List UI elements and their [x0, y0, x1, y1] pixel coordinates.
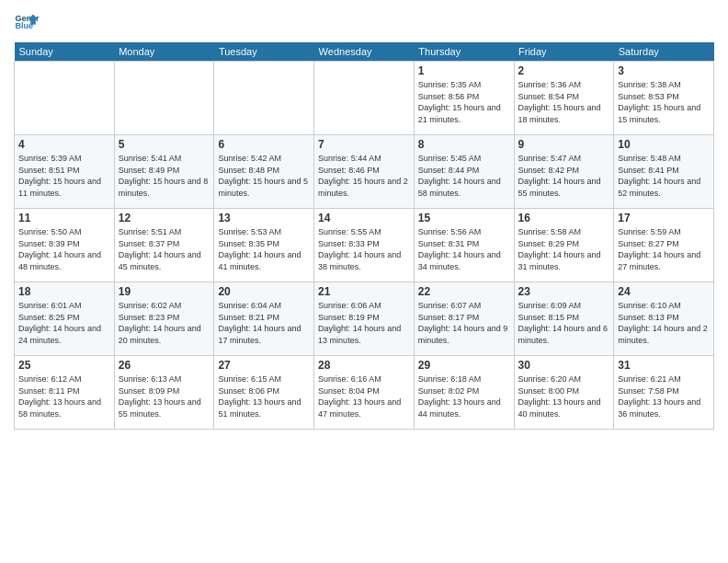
calendar-day-31: 31Sunrise: 6:21 AMSunset: 7:58 PMDayligh… — [614, 356, 714, 430]
day-info: Sunrise: 5:56 AMSunset: 8:31 PMDaylight:… — [418, 226, 510, 272]
day-number: 24 — [618, 285, 710, 298]
calendar-day-16: 16Sunrise: 5:58 AMSunset: 8:29 PMDayligh… — [514, 209, 614, 282]
day-header-sunday: Sunday — [15, 42, 115, 62]
day-info: Sunrise: 6:21 AMSunset: 7:58 PMDaylight:… — [618, 373, 710, 419]
day-info: Sunrise: 5:47 AMSunset: 8:42 PMDaylight:… — [518, 153, 610, 199]
day-number: 27 — [218, 359, 310, 372]
calendar-day-3: 3Sunrise: 5:38 AMSunset: 8:53 PMDaylight… — [614, 62, 714, 135]
calendar-day-19: 19Sunrise: 6:02 AMSunset: 8:23 PMDayligh… — [114, 282, 214, 356]
empty-cell — [114, 62, 214, 135]
day-info: Sunrise: 6:20 AMSunset: 8:00 PMDaylight:… — [518, 373, 610, 419]
calendar-day-27: 27Sunrise: 6:15 AMSunset: 8:06 PMDayligh… — [214, 356, 314, 430]
day-header-wednesday: Wednesday — [314, 42, 415, 62]
calendar-day-23: 23Sunrise: 6:09 AMSunset: 8:15 PMDayligh… — [514, 282, 614, 356]
day-number: 23 — [518, 285, 610, 298]
calendar-day-26: 26Sunrise: 6:13 AMSunset: 8:09 PMDayligh… — [114, 356, 214, 430]
calendar-day-25: 25Sunrise: 6:12 AMSunset: 8:11 PMDayligh… — [15, 356, 115, 430]
day-number: 14 — [318, 212, 410, 224]
page-container: General Blue SundayMondayTuesdayWednesda… — [0, 0, 728, 563]
day-number: 13 — [218, 212, 310, 224]
day-number: 10 — [618, 138, 710, 151]
day-number: 8 — [418, 138, 510, 151]
day-number: 22 — [418, 285, 510, 298]
calendar-day-18: 18Sunrise: 6:01 AMSunset: 8:25 PMDayligh… — [15, 282, 115, 356]
day-info: Sunrise: 6:15 AMSunset: 8:06 PMDaylight:… — [218, 373, 310, 419]
day-header-thursday: Thursday — [414, 42, 514, 62]
day-info: Sunrise: 5:50 AMSunset: 8:39 PMDaylight:… — [18, 226, 110, 272]
day-number: 2 — [518, 64, 610, 77]
calendar-day-21: 21Sunrise: 6:06 AMSunset: 8:19 PMDayligh… — [314, 282, 415, 356]
calendar-day-28: 28Sunrise: 6:16 AMSunset: 8:04 PMDayligh… — [314, 356, 415, 430]
empty-cell — [15, 62, 115, 135]
day-number: 12 — [119, 212, 210, 224]
calendar-day-29: 29Sunrise: 6:18 AMSunset: 8:02 PMDayligh… — [414, 356, 514, 430]
calendar-day-13: 13Sunrise: 5:53 AMSunset: 8:35 PMDayligh… — [214, 209, 314, 282]
header: General Blue — [14, 9, 714, 35]
day-header-tuesday: Tuesday — [214, 42, 314, 62]
calendar-day-9: 9Sunrise: 5:47 AMSunset: 8:42 PMDaylight… — [514, 135, 614, 209]
day-info: Sunrise: 6:04 AMSunset: 8:21 PMDaylight:… — [218, 300, 310, 346]
day-number: 3 — [618, 64, 710, 77]
day-info: Sunrise: 6:01 AMSunset: 8:25 PMDaylight:… — [18, 300, 110, 346]
day-info: Sunrise: 6:07 AMSunset: 8:17 PMDaylight:… — [418, 300, 510, 346]
calendar-week-4: 18Sunrise: 6:01 AMSunset: 8:25 PMDayligh… — [15, 282, 714, 356]
day-header-saturday: Saturday — [614, 42, 714, 62]
calendar-day-10: 10Sunrise: 5:48 AMSunset: 8:41 PMDayligh… — [614, 135, 714, 209]
day-number: 30 — [518, 359, 610, 372]
svg-text:Blue: Blue — [15, 21, 33, 30]
day-number: 21 — [318, 285, 410, 298]
calendar-header-row: SundayMondayTuesdayWednesdayThursdayFrid… — [15, 42, 714, 62]
day-number: 9 — [518, 138, 610, 151]
day-number: 19 — [119, 285, 210, 298]
logo-icon: General Blue — [14, 9, 40, 35]
day-header-friday: Friday — [514, 42, 614, 62]
day-info: Sunrise: 5:36 AMSunset: 8:54 PMDaylight:… — [518, 79, 610, 125]
day-info: Sunrise: 5:48 AMSunset: 8:41 PMDaylight:… — [618, 153, 710, 199]
calendar-week-2: 4Sunrise: 5:39 AMSunset: 8:51 PMDaylight… — [15, 135, 714, 209]
day-number: 11 — [18, 212, 110, 224]
calendar-day-1: 1Sunrise: 5:35 AMSunset: 8:56 PMDaylight… — [414, 62, 514, 135]
day-info: Sunrise: 5:39 AMSunset: 8:51 PMDaylight:… — [18, 153, 110, 199]
day-number: 4 — [18, 138, 110, 151]
calendar-week-1: 1Sunrise: 5:35 AMSunset: 8:56 PMDaylight… — [15, 62, 714, 135]
calendar-table: SundayMondayTuesdayWednesdayThursdayFrid… — [14, 42, 714, 430]
day-number: 1 — [418, 64, 510, 77]
day-number: 15 — [418, 212, 510, 224]
day-number: 17 — [618, 212, 710, 224]
day-info: Sunrise: 6:09 AMSunset: 8:15 PMDaylight:… — [518, 300, 610, 346]
calendar-day-24: 24Sunrise: 6:10 AMSunset: 8:13 PMDayligh… — [614, 282, 714, 356]
calendar-day-11: 11Sunrise: 5:50 AMSunset: 8:39 PMDayligh… — [15, 209, 115, 282]
day-info: Sunrise: 5:58 AMSunset: 8:29 PMDaylight:… — [518, 226, 610, 272]
day-info: Sunrise: 5:42 AMSunset: 8:48 PMDaylight:… — [218, 153, 310, 199]
day-info: Sunrise: 5:45 AMSunset: 8:44 PMDaylight:… — [418, 153, 510, 199]
calendar-day-30: 30Sunrise: 6:20 AMSunset: 8:00 PMDayligh… — [514, 356, 614, 430]
empty-cell — [214, 62, 314, 135]
day-info: Sunrise: 6:18 AMSunset: 8:02 PMDaylight:… — [418, 373, 510, 419]
calendar-day-15: 15Sunrise: 5:56 AMSunset: 8:31 PMDayligh… — [414, 209, 514, 282]
day-info: Sunrise: 6:10 AMSunset: 8:13 PMDaylight:… — [618, 300, 710, 346]
calendar-day-2: 2Sunrise: 5:36 AMSunset: 8:54 PMDaylight… — [514, 62, 614, 135]
day-number: 6 — [218, 138, 310, 151]
day-info: Sunrise: 5:53 AMSunset: 8:35 PMDaylight:… — [218, 226, 310, 272]
calendar-day-4: 4Sunrise: 5:39 AMSunset: 8:51 PMDaylight… — [15, 135, 115, 209]
calendar-day-17: 17Sunrise: 5:59 AMSunset: 8:27 PMDayligh… — [614, 209, 714, 282]
day-info: Sunrise: 6:16 AMSunset: 8:04 PMDaylight:… — [318, 373, 410, 419]
calendar-day-20: 20Sunrise: 6:04 AMSunset: 8:21 PMDayligh… — [214, 282, 314, 356]
calendar-day-5: 5Sunrise: 5:41 AMSunset: 8:49 PMDaylight… — [114, 135, 214, 209]
calendar-day-22: 22Sunrise: 6:07 AMSunset: 8:17 PMDayligh… — [414, 282, 514, 356]
calendar-week-5: 25Sunrise: 6:12 AMSunset: 8:11 PMDayligh… — [15, 356, 714, 430]
day-number: 7 — [318, 138, 410, 151]
calendar-day-8: 8Sunrise: 5:45 AMSunset: 8:44 PMDaylight… — [414, 135, 514, 209]
day-number: 29 — [418, 359, 510, 372]
calendar-day-7: 7Sunrise: 5:44 AMSunset: 8:46 PMDaylight… — [314, 135, 415, 209]
day-info: Sunrise: 6:02 AMSunset: 8:23 PMDaylight:… — [119, 300, 210, 346]
day-info: Sunrise: 5:44 AMSunset: 8:46 PMDaylight:… — [318, 153, 410, 199]
day-info: Sunrise: 5:55 AMSunset: 8:33 PMDaylight:… — [318, 226, 410, 272]
day-info: Sunrise: 5:59 AMSunset: 8:27 PMDaylight:… — [618, 226, 710, 272]
day-number: 31 — [618, 359, 710, 372]
empty-cell — [314, 62, 415, 135]
day-info: Sunrise: 5:35 AMSunset: 8:56 PMDaylight:… — [418, 79, 510, 125]
day-header-monday: Monday — [114, 42, 214, 62]
calendar-day-6: 6Sunrise: 5:42 AMSunset: 8:48 PMDaylight… — [214, 135, 314, 209]
day-info: Sunrise: 5:41 AMSunset: 8:49 PMDaylight:… — [119, 153, 210, 199]
